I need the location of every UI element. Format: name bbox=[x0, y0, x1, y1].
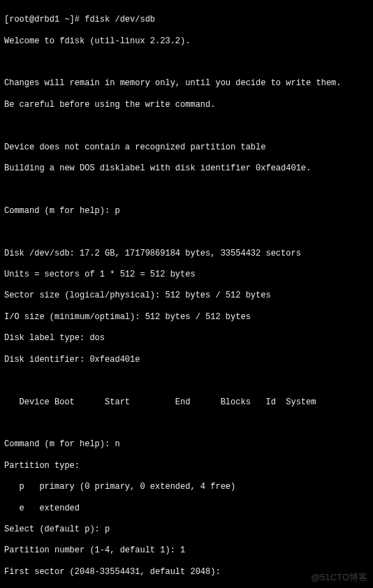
user-input: n bbox=[115, 439, 119, 449]
output-line: Welcome to fdisk (util-linux 2.23.2). bbox=[4, 36, 369, 47]
blank-line bbox=[4, 184, 369, 195]
terminal-output[interactable]: [root@drbd1 ~]# fdisk /dev/sdb Welcome t… bbox=[0, 0, 373, 588]
output-line: Be careful before using the write comman… bbox=[4, 100, 369, 110]
user-input: p bbox=[105, 524, 110, 534]
output-line: Disk label type: dos bbox=[4, 333, 369, 344]
user-input: p bbox=[115, 206, 119, 216]
shell-prompt: [root@drbd1 ~]# bbox=[4, 15, 85, 24]
prompt-text: Select (default p): bbox=[4, 524, 105, 534]
output-line: p primary (0 primary, 0 extended, 4 free… bbox=[4, 482, 369, 492]
output-line: Changes will remain in memory only, unti… bbox=[4, 78, 369, 89]
command-text: fdisk /dev/sdb bbox=[85, 15, 155, 24]
prompt-line: [root@drbd1 ~]# fdisk /dev/sdb bbox=[4, 15, 369, 25]
partition-header: Device Boot Start End Blocks Id System bbox=[4, 397, 369, 408]
prompt-text: Partition number (1-4, default 1): bbox=[4, 545, 180, 555]
prompt-text: Command (m for help): bbox=[4, 439, 115, 449]
fdisk-prompt: Command (m for help): p bbox=[4, 206, 369, 216]
output-line: Building a new DOS disklabel with disk i… bbox=[4, 163, 369, 174]
output-line: Disk /dev/sdb: 17.2 GB, 17179869184 byte… bbox=[4, 249, 369, 259]
output-line: First sector (2048-33554431, default 204… bbox=[4, 567, 369, 578]
output-line: I/O size (minimum/optimal): 512 bytes / … bbox=[4, 312, 369, 323]
output-line: Partition type: bbox=[4, 461, 369, 471]
select-prompt: Select (default p): p bbox=[4, 524, 369, 535]
blank-line bbox=[4, 227, 369, 237]
blank-line bbox=[4, 418, 369, 429]
output-line: Device does not contain a recognized par… bbox=[4, 142, 369, 153]
partnum-prompt: Partition number (1-4, default 1): 1 bbox=[4, 545, 369, 556]
blank-line bbox=[4, 57, 369, 68]
prompt-text: Command (m for help): bbox=[4, 206, 115, 216]
fdisk-prompt: Command (m for help): n bbox=[4, 439, 369, 450]
blank-line bbox=[4, 121, 369, 131]
output-line: e extended bbox=[4, 504, 369, 514]
user-input: 1 bbox=[180, 545, 185, 555]
output-line: Units = sectors of 1 * 512 = 512 bytes bbox=[4, 270, 369, 280]
output-line: Disk identifier: 0xfead401e bbox=[4, 355, 369, 365]
blank-line bbox=[4, 376, 369, 386]
output-line: Sector size (logical/physical): 512 byte… bbox=[4, 291, 369, 301]
